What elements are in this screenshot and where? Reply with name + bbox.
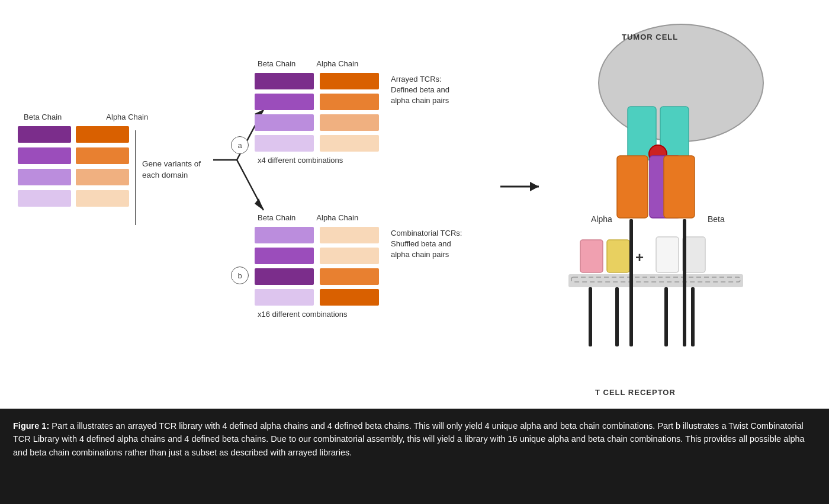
section-a-row-1 (255, 73, 379, 89)
svg-rect-15 (580, 240, 603, 272)
svg-rect-18 (656, 237, 679, 272)
sa-alpha-1 (320, 73, 379, 89)
svg-rect-26 (664, 287, 668, 346)
section-b-combinations-label: x16 different combinations (258, 310, 379, 319)
left-beta-bar-1 (18, 126, 71, 143)
sb-beta-2 (255, 248, 314, 264)
svg-rect-23 (615, 287, 619, 346)
left-row-4 (18, 190, 154, 207)
sb-alpha-4 (320, 289, 379, 306)
left-alpha-bar-3 (76, 169, 129, 185)
big-arrow (497, 172, 551, 201)
section-b-row-4 (255, 289, 379, 306)
section-b-alpha-label: Alpha Chain (316, 213, 358, 222)
combinatorial-tcr-label: Combinatorial TCRs: Shuffled beta and al… (391, 228, 480, 261)
sa-alpha-2 (320, 94, 379, 110)
sa-alpha-3 (320, 114, 379, 131)
divider-line (135, 130, 136, 225)
svg-rect-22 (589, 287, 592, 346)
sb-alpha-3 (320, 268, 379, 285)
main-area: Beta Chain Alpha Chain Gene variants ofe… (0, 0, 829, 409)
sb-alpha-2 (320, 248, 379, 264)
left-chain-header: Beta Chain Alpha Chain (18, 113, 154, 121)
arrayed-tcr-label: Arrayed TCRs: Defined beta and alpha cha… (391, 74, 480, 107)
left-row-1 (18, 126, 154, 143)
left-beta-label: Beta Chain (24, 113, 62, 121)
section-b-label: b (231, 267, 249, 284)
section-a: a Beta Chain Alpha Chain x4 d (255, 59, 379, 165)
section-b-row-3 (255, 268, 379, 285)
left-alpha-label: Alpha Chain (106, 113, 148, 121)
sa-beta-3 (255, 114, 314, 131)
left-row-2 (18, 147, 154, 164)
section-a-row-3 (255, 114, 379, 131)
gene-variants-label: Gene variants ofeach domain (142, 159, 207, 181)
sa-alpha-4 (320, 135, 379, 152)
sa-beta-4 (255, 135, 314, 152)
caption-text: Figure 1: Part a illustrates an arrayed … (13, 419, 816, 459)
caption-body: Part a illustrates an arrayed TCR librar… (13, 421, 805, 457)
caption-bold: Figure 1: (13, 421, 49, 431)
section-a-chain-header: Beta Chain Alpha Chain (258, 59, 379, 68)
section-a-alpha-label: Alpha Chain (316, 59, 358, 68)
left-alpha-bar-2 (76, 147, 129, 164)
section-b-row-1 (255, 227, 379, 243)
left-alpha-bar-4 (76, 190, 129, 207)
sa-beta-1 (255, 73, 314, 89)
left-beta-bar-4 (18, 190, 71, 207)
svg-rect-10 (617, 156, 648, 218)
svg-rect-20 (568, 274, 743, 287)
section-b: b Beta Chain Alpha Chain x16 (255, 213, 379, 319)
left-row-3 (18, 169, 154, 185)
section-a-row-4 (255, 135, 379, 152)
svg-rect-24 (629, 219, 633, 346)
tcr-label: T CELL RECEPTOR (595, 388, 676, 397)
left-beta-bar-3 (18, 169, 71, 185)
section-a-combinations-label: x4 different combinations (258, 156, 379, 165)
left-alpha-bar-1 (76, 126, 129, 143)
svg-text:Alpha: Alpha (591, 214, 612, 224)
section-a-row-2 (255, 94, 379, 110)
section-b-chain-header: Beta Chain Alpha Chain (258, 213, 379, 222)
tcr-structure: Alpha Beta + (568, 104, 764, 400)
svg-rect-12 (664, 156, 695, 218)
left-beta-bar-2 (18, 147, 71, 164)
svg-text:Beta: Beta (708, 214, 725, 224)
svg-rect-27 (691, 287, 695, 346)
tumor-cell-label: TUMOR CELL (622, 33, 678, 41)
section-b-row-2 (255, 248, 379, 264)
section-a-label: a (231, 136, 249, 154)
sb-beta-3 (255, 268, 314, 285)
svg-rect-16 (607, 240, 629, 272)
left-panel: Beta Chain Alpha Chain (18, 113, 154, 211)
svg-text:+: + (635, 249, 644, 265)
sa-beta-2 (255, 94, 314, 110)
sb-beta-1 (255, 227, 314, 243)
section-a-beta-label: Beta Chain (258, 59, 295, 68)
sb-alpha-1 (320, 227, 379, 243)
caption-area: Figure 1: Part a illustrates an arrayed … (0, 409, 829, 504)
svg-line-3 (237, 160, 264, 210)
svg-marker-6 (530, 182, 539, 191)
svg-marker-4 (255, 198, 264, 210)
sb-beta-4 (255, 289, 314, 306)
right-diagram: TUMOR CELL Alpha Beta + (551, 12, 805, 391)
section-b-beta-label: Beta Chain (258, 213, 295, 222)
svg-rect-25 (683, 219, 686, 346)
